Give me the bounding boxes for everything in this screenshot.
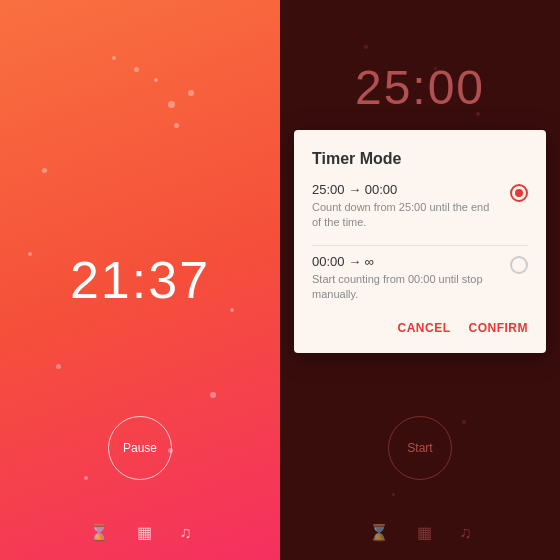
option2-desc: Start counting from 00:00 until stop man…: [312, 272, 500, 303]
decorative-dot-right: [364, 45, 368, 49]
decorative-dot: [174, 123, 179, 128]
right-bottom-bar: ⌛ ▦ ♫: [369, 523, 472, 542]
decorative-dot-right: [462, 420, 466, 424]
left-bottom-bar: ⌛ ▦ ♫: [89, 523, 192, 542]
right-clock: 25:00: [355, 60, 485, 115]
grid-icon-left[interactable]: ▦: [137, 523, 152, 542]
decorative-dot: [168, 101, 175, 108]
radio-option2[interactable]: [510, 256, 528, 274]
cancel-button[interactable]: CANCEL: [398, 317, 451, 339]
decorative-dot: [56, 364, 61, 369]
decorative-dot: [154, 78, 158, 82]
decorative-dot-right: [392, 493, 395, 496]
decorative-dot: [168, 448, 173, 453]
grid-icon-right[interactable]: ▦: [417, 523, 432, 542]
decorative-dot: [134, 67, 139, 72]
timer-mode-dialog: Timer Mode 25:00 → 00:00 Count down from…: [294, 130, 546, 353]
decorative-dot: [42, 168, 47, 173]
dialog-actions: CANCEL CONFIRM: [312, 317, 528, 339]
dialog-option-2[interactable]: 00:00 → ∞ Start counting from 00:00 unti…: [312, 254, 528, 303]
pause-button[interactable]: Pause: [108, 416, 172, 480]
decorative-dot: [210, 392, 216, 398]
confirm-button[interactable]: CONFIRM: [469, 317, 529, 339]
option2-text: 00:00 → ∞ Start counting from 00:00 unti…: [312, 254, 500, 303]
timer-icon-right[interactable]: ⌛: [369, 523, 389, 542]
left-clock: 21:37: [70, 250, 210, 310]
left-panel: 21:37 Pause ⌛ ▦ ♫: [0, 0, 280, 560]
right-panel: 25:00 Timer Mode 25:00 → 00:00 Count dow…: [280, 0, 560, 560]
option1-label: 25:00 → 00:00: [312, 182, 500, 197]
radio-option1[interactable]: [510, 184, 528, 202]
decorative-dot: [230, 308, 234, 312]
dialog-divider: [312, 245, 528, 246]
option1-desc: Count down from 25:00 until the end of t…: [312, 200, 500, 231]
decorative-dot: [28, 252, 32, 256]
start-button[interactable]: Start: [388, 416, 452, 480]
music-icon-right[interactable]: ♫: [460, 524, 472, 542]
option2-label: 00:00 → ∞: [312, 254, 500, 269]
decorative-dot: [84, 476, 88, 480]
timer-icon-left[interactable]: ⌛: [89, 523, 109, 542]
music-icon-left[interactable]: ♫: [180, 524, 192, 542]
decorative-dot: [112, 56, 116, 60]
decorative-dot: [188, 90, 194, 96]
dialog-title: Timer Mode: [312, 150, 528, 168]
option1-text: 25:00 → 00:00 Count down from 25:00 unti…: [312, 182, 500, 231]
dialog-option-1[interactable]: 25:00 → 00:00 Count down from 25:00 unti…: [312, 182, 528, 231]
